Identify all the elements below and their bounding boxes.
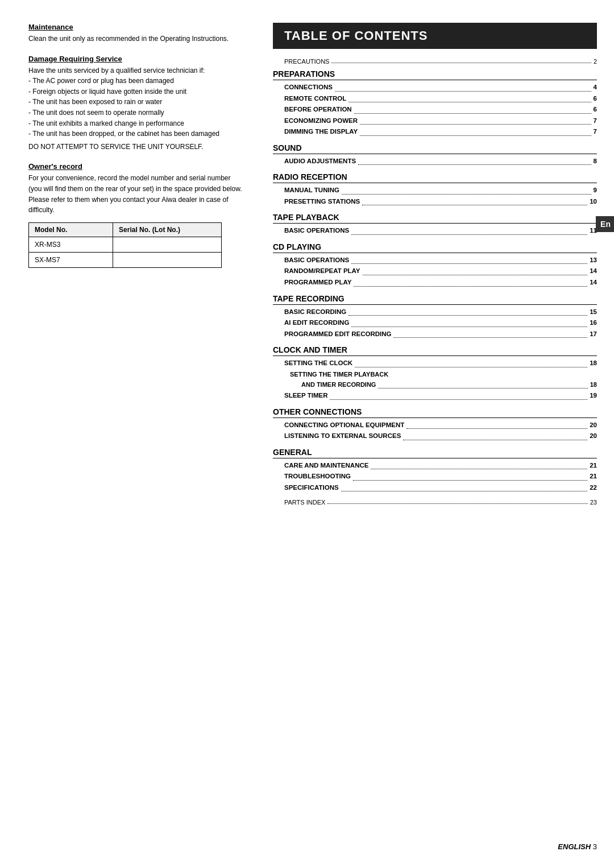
owners-record-heading: Owner's record: [28, 162, 244, 171]
damage-heading: Damage Requiring Service: [28, 55, 244, 63]
care-maintenance-page: 21: [590, 460, 597, 472]
toc-entry-specifications: SPECIFICATIONS 22: [273, 482, 597, 494]
dimming-page: 7: [594, 126, 597, 138]
programmed-play-label: PROGRAMMED PLAY: [284, 277, 351, 288]
other-connections-heading: OTHER CONNECTIONS: [273, 407, 597, 418]
model-row2: SX-MS7: [29, 252, 113, 267]
tape-recording-heading: TAPE RECORDING: [273, 294, 597, 305]
damage-item-2: Foreign objects or liquid have gotten in…: [28, 86, 244, 97]
setting-clock-page: 18: [590, 358, 597, 369]
right-column: TABLE OF CONTENTS PRECAUTIONS 2 PREPARAT…: [262, 0, 614, 868]
connecting-optional-label: CONNECTING OPTIONAL EQUIPMENT: [284, 420, 404, 431]
preparations-heading: PREPARATIONS: [273, 69, 597, 80]
damage-intro: Have the units serviced by a qualified s…: [28, 65, 244, 76]
toc-clock-timer: CLOCK AND TIMER SETTING THE CLOCK 18 SET…: [273, 345, 597, 401]
toc-entry-presetting: PRESETTING STATIONS 10: [273, 196, 597, 208]
toc-entry-sleep-timer: SLEEP TIMER 19: [273, 390, 597, 402]
remote-control-label: REMOTE CONTROL: [284, 93, 346, 105]
setting-clock-label: SETTING THE CLOCK: [284, 358, 352, 369]
english-label: ENGLISH: [558, 842, 591, 851]
toc-entry-listening-external: LISTENING TO EXTERNAL SOURCES 20: [273, 431, 597, 442]
maintenance-text: Clean the unit only as recommended in th…: [28, 34, 244, 44]
before-operation-page: 6: [594, 104, 597, 115]
listening-external-label: LISTENING TO EXTERNAL SOURCES: [284, 431, 401, 442]
sleep-timer-label: SLEEP TIMER: [284, 390, 327, 402]
manual-tuning-label: MANUAL TUNING: [284, 185, 339, 196]
parts-index-dots: [327, 497, 587, 504]
model-table: Model No. Serial No. (Lot No.) XR-MS3 SX…: [28, 222, 222, 268]
toc-entry-audio-adj: AUDIO ADJUSTMENTS 8: [273, 156, 597, 167]
toc-entry-basic-ops-tape: BASIC OPERATIONS 11: [273, 225, 597, 237]
ai-edit-page: 16: [590, 317, 597, 329]
parts-index-label: PARTS INDEX: [284, 499, 325, 506]
toc-radio: RADIO RECEPTION MANUAL TUNING 9 PRESETTI…: [273, 172, 597, 207]
parts-index-page: 23: [590, 499, 597, 506]
programmed-play-page: 14: [590, 277, 597, 288]
toc-tape-playback: TAPE PLAYBACK BASIC OPERATIONS 11: [273, 213, 597, 237]
economizing-label: ECONOMIZING POWER: [284, 115, 358, 127]
timer-playback-group: SETTING THE TIMER PLAYBACK AND TIMER REC…: [273, 369, 597, 390]
damage-section: Damage Requiring Service Have the units …: [28, 55, 244, 152]
and-timer-page: 18: [590, 379, 597, 390]
dimming-label: DIMMING THE DISPLAY: [284, 126, 358, 138]
damage-item-3: The unit has been exposed to rain or wat…: [28, 97, 244, 108]
toc-title: TABLE OF CONTENTS: [273, 23, 597, 49]
audio-adj-page: 8: [594, 156, 597, 167]
manual-tuning-page: 9: [594, 185, 597, 196]
damage-list: The AC power cord or plug has been damag…: [28, 76, 244, 139]
specifications-page: 22: [590, 482, 597, 494]
toc-cd-playing: CD PLAYING BASIC OPERATIONS 13 RANDOM/RE…: [273, 242, 597, 288]
connections-page: 4: [594, 82, 597, 93]
toc-preparations: PREPARATIONS CONNECTIONS 4 REMOTE CONTRO…: [273, 69, 597, 138]
cd-playing-heading: CD PLAYING: [273, 242, 597, 253]
economizing-page: 7: [594, 115, 597, 127]
parts-index-entry: PARTS INDEX 23: [273, 499, 597, 506]
precautions-dots: [331, 56, 591, 63]
footer: ENGLISH 3: [558, 842, 597, 851]
maintenance-heading: Maintenance: [28, 23, 244, 31]
basic-ops-cd-page: 13: [590, 255, 597, 266]
maintenance-section: Maintenance Clean the unit only as recom…: [28, 23, 244, 44]
basic-recording-page: 15: [590, 307, 597, 318]
troubleshooting-page: 21: [590, 471, 597, 482]
general-heading: GENERAL: [273, 448, 597, 458]
owners-record-text: For your convenience, record the model n…: [28, 173, 244, 215]
connecting-optional-page: 20: [590, 420, 597, 431]
sound-heading: SOUND: [273, 143, 597, 154]
presetting-label: PRESETTING STATIONS: [284, 196, 360, 208]
serial-row1: [113, 237, 222, 252]
programmed-edit-page: 17: [590, 329, 597, 340]
table-row: SX-MS7: [29, 252, 222, 267]
radio-heading: RADIO RECEPTION: [273, 172, 597, 183]
sleep-timer-page: 19: [590, 390, 597, 402]
toc-other-connections: OTHER CONNECTIONS CONNECTING OPTIONAL EQ…: [273, 407, 597, 442]
listening-external-page: 20: [590, 431, 597, 442]
clock-timer-heading: CLOCK AND TIMER: [273, 345, 597, 356]
before-operation-label: BEFORE OPERATION: [284, 104, 352, 115]
damage-item-5: The unit exhibits a marked change in per…: [28, 118, 244, 129]
damage-item-6: The unit has been dropped, or the cabine…: [28, 129, 244, 139]
specifications-label: SPECIFICATIONS: [284, 482, 339, 494]
basic-recording-label: BASIC RECORDING: [284, 307, 346, 318]
basic-ops-tape-label: BASIC OPERATIONS: [284, 225, 349, 237]
toc-entry-programmed-play: PROGRAMMED PLAY 14: [273, 277, 597, 288]
random-repeat-page: 14: [590, 266, 597, 277]
table-row: XR-MS3: [29, 237, 222, 252]
toc-general: GENERAL CARE AND MAINTENANCE 21 TROUBLES…: [273, 448, 597, 494]
basic-ops-cd-label: BASIC OPERATIONS: [284, 255, 349, 266]
left-column: Maintenance Clean the unit only as recom…: [0, 0, 262, 868]
toc-sound: SOUND AUDIO ADJUSTMENTS 8: [273, 143, 597, 167]
damage-warning: DO NOT ATTEMPT TO SERVICE THE UNIT YOURS…: [28, 142, 244, 152]
toc-entry-dimming: DIMMING THE DISPLAY 7: [273, 126, 597, 138]
precautions-page: 2: [594, 58, 597, 65]
en-badge: En: [596, 216, 614, 232]
audio-adj-label: AUDIO ADJUSTMENTS: [284, 156, 356, 167]
model-col-header: Model No.: [29, 222, 113, 237]
ai-edit-label: AI EDIT RECORDING: [284, 317, 349, 329]
presetting-page: 10: [590, 196, 597, 208]
toc-entry-programmed-edit: PROGRAMMED EDIT RECORDING 17: [273, 329, 597, 340]
random-repeat-label: RANDOM/REPEAT PLAY: [284, 266, 360, 277]
programmed-edit-label: PROGRAMMED EDIT RECORDING: [284, 329, 391, 340]
model-row1: XR-MS3: [29, 237, 113, 252]
footer-page: 3: [593, 842, 597, 851]
